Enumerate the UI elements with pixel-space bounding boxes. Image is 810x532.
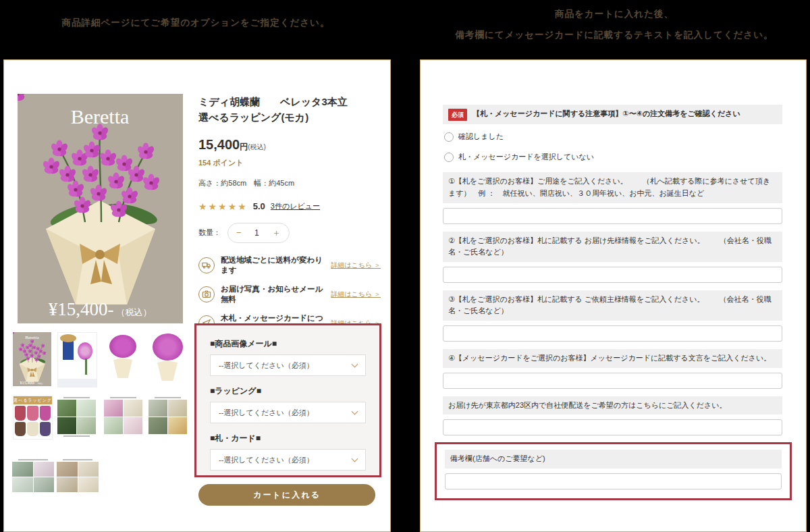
star-rating-icon: ★★★★★ [198, 201, 248, 212]
quantity-increase-button[interactable]: ＋ [272, 227, 281, 239]
product-detail-panel: 選べるラッピング [3, 59, 391, 532]
field-group-sender: ③【札をご選択のお客様】札に記載する ご依頼主様情報をご記入ください。 （会社名… [443, 290, 782, 342]
field-label: ③【札をご選択のお客様】札に記載する ご依頼主様情報をご記入ください。 （会社名… [443, 290, 782, 321]
message-card-text-input[interactable] [443, 373, 782, 389]
thumbnail-orchid-photo-1[interactable] [104, 332, 142, 386]
thumbnail-staff-collage[interactable] [104, 396, 142, 438]
select-placeholder: --選択してください（必須） [219, 361, 314, 371]
rating-score: 5.0 [253, 201, 265, 211]
option-label-wrapping: ■ラッピング■ [210, 385, 366, 397]
radio-row-not-selected[interactable]: 札・メッセージカードを選択していない [443, 147, 782, 165]
quantity-row: 数量： − 1 ＋ [198, 223, 381, 243]
remarks-highlight-box: 備考欄(店舗へのご要望など) [435, 442, 792, 500]
thumbnail-orchid-photo-2[interactable] [148, 332, 187, 386]
chevron-down-icon [352, 408, 358, 415]
field-label: ②【札をご選択のお客様】札に記載する お届け先様情報をご記入ください。 （会社名… [443, 232, 782, 262]
camera-icon [198, 286, 215, 302]
add-to-cart-button[interactable]: カートに入れる [198, 484, 375, 506]
tokyo-delivery-input[interactable] [443, 419, 782, 435]
thumbnail-award-ribbon[interactable] [57, 332, 97, 388]
info-row-photo: お届け写真・お知らせメール無料 詳細はこちら ＞ [198, 284, 381, 304]
sender-info-input[interactable] [443, 325, 782, 342]
option-label-card: ■札・カード■ [210, 433, 366, 444]
quantity-stepper[interactable]: − 1 ＋ [227, 223, 290, 243]
radio-row-confirmed[interactable]: 確認しました [443, 126, 782, 144]
product-title-line2: 選べるラッピング(モカ) [198, 109, 381, 125]
required-badge: 必須 [448, 109, 467, 121]
radio-button-icon[interactable] [444, 132, 454, 142]
remarks-input[interactable] [445, 473, 782, 489]
instruction-left: 商品詳細ページにてご希望のオプションをご指定ください。 [0, 17, 392, 29]
radio-label: 確認しました [458, 132, 504, 142]
notice-header: 必須 【札・メッセージカードに関する注意事項】①〜④の注文備考をご確認ください [443, 105, 782, 124]
purpose-input[interactable] [443, 208, 782, 224]
select-placeholder: --選択してください（必須） [219, 455, 314, 465]
truck-icon [198, 257, 215, 273]
rating-row: ★★★★★ 5.0 3件のレビュー [198, 201, 381, 212]
quantity-label: 数量： [198, 228, 221, 238]
field-group-recipient: ②【札をご選択のお客様】札に記載する お届け先様情報をご記入ください。 （会社名… [443, 232, 782, 283]
quantity-value: 1 [254, 228, 259, 238]
thumbnail-greenhouse[interactable] [57, 396, 96, 438]
product-title: ミディ胡蝶蘭 ベレッタ3本立 選べるラッピング(モカ) [198, 94, 381, 126]
price-amount: 15,400 [198, 137, 240, 152]
chevron-down-icon [352, 361, 358, 368]
product-options-highlight-box: ■商品画像メール■ --選択してください（必須） ■ラッピング■ --選択してく… [194, 323, 381, 477]
radio-button-icon[interactable] [444, 153, 454, 162]
price-unit: 円 [240, 142, 248, 151]
select-placeholder: --選択してください（必須） [219, 408, 314, 418]
field-label: ①【札をご選択のお客様】ご用途をご記入ください。 （札へ記載する際に参考にさせて… [443, 172, 782, 203]
thumbnail-product-card[interactable] [13, 332, 51, 386]
field-group-message-card: ④【メッセージカードをご選択のお客様】メッセージカードに記載する文言をご記入くだ… [443, 349, 782, 389]
thumbnail-workshop-collage-2[interactable] [57, 458, 99, 494]
recipient-info-input[interactable] [443, 267, 782, 283]
product-price: 15,400円(税込) [198, 137, 381, 153]
notice-title: 【札・メッセージカードに関する注意事項】①〜④の注文備考をご確認ください [473, 108, 740, 120]
order-form-panel: 必須 【札・メッセージカードに関する注意事項】①〜④の注文備考をご確認ください … [420, 59, 807, 532]
quantity-decrease-button[interactable]: − [236, 228, 242, 238]
chevron-down-icon [352, 456, 358, 462]
wrapping-thumb-label: 選べるラッピング [14, 396, 52, 404]
option-label-photo-mail: ■商品画像メール■ [210, 338, 366, 350]
detail-link[interactable]: 詳細はこちら ＞ [331, 290, 381, 299]
info-row-shipping: 配送地域ごとに送料が変わります 詳細はこちら ＞ [198, 255, 381, 275]
price-tax-note: (税込) [248, 143, 266, 151]
field-label: お届け先が東京都内23区内で自社便配送をご希望の方はこちらにご記入ください。 [443, 396, 782, 415]
info-label: 配送地域ごとに送料が変わります [221, 255, 325, 275]
field-group-purpose: ①【札をご選択のお客様】ご用途をご記入ください。 （札へ記載する際に参考にさせて… [443, 172, 782, 223]
detail-link[interactable]: 詳細はこちら ＞ [331, 261, 381, 270]
instruction-right-line2: 備考欄にてメッセージカードに記載するテキストを記入してください。 [418, 24, 810, 45]
option-select-photo-mail[interactable]: --選択してください（必須） [210, 354, 366, 376]
thumbnail-farm-collage[interactable] [148, 396, 187, 438]
info-label: お届け写真・お知らせメール無料 [221, 284, 325, 304]
product-title-line1: ミディ胡蝶蘭 ベレッタ3本立 [198, 94, 381, 109]
remarks-label: 備考欄(店舗へのご要望など) [445, 450, 782, 469]
radio-label: 札・メッセージカードを選択していない [458, 152, 594, 162]
instruction-right-line1: 商品をカートに入れた後、 [418, 3, 810, 24]
field-label: ④【メッセージカードをご選択のお客様】メッセージカードに記載する文言をご記入くだ… [443, 349, 782, 368]
instruction-right: 商品をカートに入れた後、 備考欄にてメッセージカードに記載するテキストを記入して… [418, 3, 810, 45]
thumbnail-workshop-collage-1[interactable] [12, 458, 54, 494]
points-earned: 154 ポイント [198, 158, 381, 168]
option-select-wrapping[interactable]: --選択してください（必須） [210, 402, 366, 423]
field-group-tokyo-delivery: お届け先が東京都内23区内で自社便配送をご希望の方はこちらにご記入ください。 [443, 396, 782, 436]
product-dimensions: 高さ：約58cm 幅：約45cm [198, 178, 381, 188]
product-main-image [18, 94, 183, 323]
option-select-card[interactable]: --選択してください（必須） [210, 449, 366, 471]
reviews-link[interactable]: 3件のレビュー [271, 201, 320, 211]
thumbnail-wrapping-options[interactable]: 選べるラッピング [13, 396, 53, 440]
